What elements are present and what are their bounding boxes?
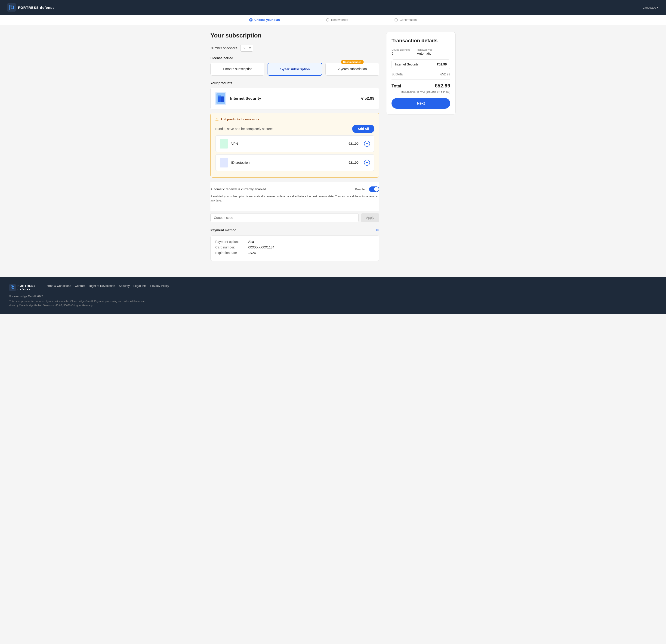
main-content: Your subscription Number of devices 5 1 … bbox=[206, 25, 460, 268]
license-1year[interactable]: 1-year subscription bbox=[267, 63, 322, 76]
tx-renewal-type-value: Automatic bbox=[417, 52, 433, 55]
logo-text: FORTRESS defense bbox=[18, 5, 55, 10]
bundle-header: ⚠ Add products to save more bbox=[215, 117, 374, 121]
svg-rect-1 bbox=[216, 93, 225, 104]
tx-subtotal: Subtotal €52.99 bbox=[391, 72, 450, 80]
bundle-tagline: Bundle, save and be completely secure! bbox=[215, 127, 273, 131]
language-button[interactable]: Language ▾ bbox=[643, 6, 659, 9]
renewal-toggle[interactable] bbox=[369, 187, 379, 192]
recommended-badge: Recommended bbox=[341, 60, 364, 64]
tx-item-name: Internet Security bbox=[395, 63, 419, 66]
tx-meta: Device Licenses 5 Renewal type Automatic bbox=[391, 48, 450, 55]
license-1year-label: 1-year subscription bbox=[280, 67, 310, 71]
footer-link-security[interactable]: Security bbox=[119, 284, 130, 288]
footer-link-revocation[interactable]: Right of Revocation bbox=[89, 284, 115, 288]
header: FORTRESS defense Language ▾ bbox=[0, 0, 666, 15]
footer-top: FORTRESSdefense Terms & Conditions Conta… bbox=[9, 284, 657, 291]
tx-vat-note: Includes €8.46 VAT (19.00% on €44.53) bbox=[391, 90, 450, 93]
step-separator-2 bbox=[357, 20, 385, 20]
tx-renewal-type-label: Renewal type bbox=[417, 48, 433, 51]
tx-total-price: €52.99 bbox=[435, 83, 450, 89]
license-2years[interactable]: Recommended 2-years subscription bbox=[326, 63, 379, 76]
product-img-icon bbox=[216, 93, 225, 104]
payment-option-value: Visa bbox=[248, 240, 254, 244]
enabled-label: Enabled bbox=[355, 188, 366, 191]
tx-item-row: Internet Security €52.99 bbox=[391, 59, 450, 69]
payment-card-value: XXXXXXXXX1134 bbox=[248, 245, 274, 249]
step-dot-1 bbox=[250, 19, 251, 21]
payment-card-label: Card number: bbox=[215, 245, 245, 249]
logo-icon bbox=[7, 3, 16, 12]
tx-device-licenses-value: 5 bbox=[391, 52, 410, 55]
svg-rect-4 bbox=[218, 95, 221, 97]
footer-link-privacy[interactable]: Privacy Policy bbox=[150, 284, 169, 288]
payment-method-title: Payment method bbox=[210, 228, 236, 232]
footer-logo-icon bbox=[9, 284, 16, 291]
footer-link-legal[interactable]: Legal Info bbox=[134, 284, 146, 288]
devices-select[interactable]: 5 1 3 10 bbox=[240, 45, 253, 52]
svg-rect-0 bbox=[7, 3, 16, 12]
right-panel: Transaction details Device Licenses 5 Re… bbox=[386, 32, 456, 115]
tx-total-row: Total €52.99 bbox=[391, 83, 450, 89]
payment-header: Payment method ✏ bbox=[210, 228, 379, 233]
tx-device-licenses: Device Licenses 5 bbox=[391, 48, 410, 55]
renewal-section: Automatic renewal is currently enabled. … bbox=[210, 182, 379, 211]
step-circle-3 bbox=[395, 18, 398, 21]
transaction-title: Transaction details bbox=[391, 38, 450, 44]
license-1month[interactable]: 1-month subscription bbox=[210, 63, 264, 76]
product-price: € 52.99 bbox=[361, 96, 374, 101]
footer-link-terms[interactable]: Terms & Conditions bbox=[45, 284, 71, 288]
step-circle-2 bbox=[326, 18, 329, 21]
footer: FORTRESSdefense Terms & Conditions Conta… bbox=[0, 277, 666, 314]
addon-idprotection-price: €21.00 bbox=[349, 161, 358, 164]
footer-link-contact[interactable]: Contact bbox=[75, 284, 85, 288]
main-product-card: Internet Security € 52.99 bbox=[210, 88, 379, 109]
payment-expiry-label: Expiration date bbox=[215, 251, 245, 255]
tx-device-licenses-label: Device Licenses bbox=[391, 48, 410, 51]
renewal-note: If enabled, your subscription is automat… bbox=[210, 194, 379, 203]
transaction-box: Transaction details Device Licenses 5 Re… bbox=[386, 32, 456, 115]
steps-bar: Choose your plan Renew order Confirmatio… bbox=[0, 15, 666, 25]
addon-vpn-price: €21.00 bbox=[349, 142, 358, 145]
idprotection-img bbox=[220, 158, 228, 168]
svg-rect-5 bbox=[9, 284, 16, 291]
payment-expiry-value: 23/24 bbox=[248, 251, 256, 255]
left-panel: Your subscription Number of devices 5 1 … bbox=[210, 32, 379, 261]
step-label-1: Choose your plan bbox=[255, 18, 280, 21]
apply-button[interactable]: Apply bbox=[361, 213, 379, 222]
chevron-down-icon: ▾ bbox=[657, 6, 659, 9]
next-button[interactable]: Next bbox=[391, 98, 450, 109]
bundle-box: ⚠ Add products to save more Bundle, save… bbox=[210, 112, 379, 178]
tx-subtotal-label: Subtotal bbox=[391, 72, 403, 76]
page-title: Your subscription bbox=[210, 32, 379, 39]
vpn-img bbox=[220, 139, 228, 149]
addon-vpn: VPN €21.00 + bbox=[215, 135, 374, 152]
step-renew-order[interactable]: Renew order bbox=[317, 18, 357, 21]
payment-option-label: Payment option: bbox=[215, 240, 245, 244]
step-choose-plan[interactable]: Choose your plan bbox=[240, 18, 289, 21]
tx-total-label: Total bbox=[391, 84, 401, 89]
footer-links: Terms & Conditions Contact Right of Revo… bbox=[45, 284, 169, 288]
coupon-row: Apply bbox=[210, 213, 379, 222]
footer-logo-text: FORTRESSdefense bbox=[18, 284, 36, 291]
devices-row: Number of devices 5 1 3 10 bbox=[210, 45, 379, 52]
logo: FORTRESS defense bbox=[7, 3, 55, 12]
bundle-title: Add products to save more bbox=[221, 118, 259, 121]
tx-renewal-type: Renewal type Automatic bbox=[417, 48, 433, 55]
step-circle-1 bbox=[249, 18, 252, 21]
add-vpn-button[interactable]: + bbox=[364, 141, 370, 147]
addon-vpn-name: VPN bbox=[231, 142, 345, 145]
devices-label: Number of devices bbox=[210, 46, 238, 50]
warning-icon: ⚠ bbox=[215, 117, 218, 121]
add-all-button[interactable]: Add All bbox=[352, 125, 374, 133]
step-confirmation[interactable]: Confirmation bbox=[385, 18, 426, 21]
payment-card-row: Card number: XXXXXXXXX1134 bbox=[215, 245, 374, 249]
add-idprotection-button[interactable]: + bbox=[364, 160, 370, 166]
footer-copyright: © cleverbridge GmbH 2022 bbox=[9, 295, 657, 298]
renewal-label: Automatic renewal is currently enabled. bbox=[210, 187, 352, 191]
addon-idprotection-name: ID protection bbox=[231, 161, 345, 164]
payment-option-row: Payment option: Visa bbox=[215, 240, 374, 244]
edit-payment-icon[interactable]: ✏ bbox=[376, 228, 379, 233]
coupon-input[interactable] bbox=[210, 213, 359, 222]
license-period-label: License period bbox=[210, 56, 379, 60]
